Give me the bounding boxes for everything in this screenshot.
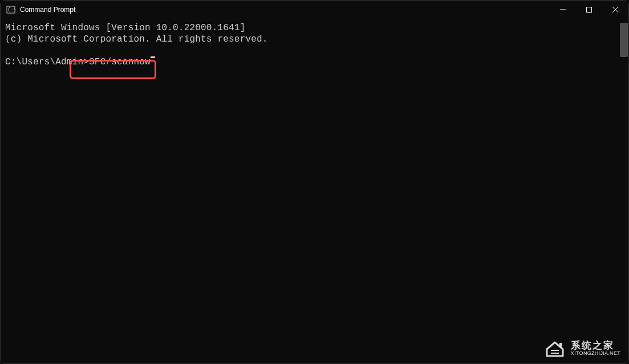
watermark-cn: 系统之家 <box>571 341 620 351</box>
svg-rect-8 <box>559 343 562 347</box>
house-icon <box>543 339 566 358</box>
titlebar-left: C:\ Command Prompt <box>6 5 75 14</box>
terminal-body[interactable]: Microsoft Windows [Version 10.0.22000.16… <box>1 19 628 363</box>
watermark: 系统之家 XITONGZHIJIA.NET <box>543 339 620 358</box>
prompt-line: C:\Users\Admin>SFC/scannow <box>5 56 624 68</box>
window-controls <box>550 1 628 19</box>
command-prompt-window: C:\ Command Prompt Microsoft Windows [Ve… <box>0 0 629 364</box>
version-line: Microsoft Windows [Version 10.0.22000.16… <box>5 22 624 34</box>
titlebar[interactable]: C:\ Command Prompt <box>1 1 628 19</box>
window-title: Command Prompt <box>20 6 75 14</box>
maximize-button[interactable] <box>576 1 602 19</box>
command-input[interactable]: SFC/scannow <box>89 56 151 68</box>
svg-text:C:\: C:\ <box>8 7 15 13</box>
svg-rect-3 <box>587 7 592 13</box>
cursor <box>151 56 155 58</box>
minimize-button[interactable] <box>550 1 576 19</box>
prompt-path: C:\Users\Admin> <box>5 56 89 68</box>
close-button[interactable] <box>602 1 628 19</box>
cmd-icon: C:\ <box>6 5 15 14</box>
scrollbar-thumb[interactable] <box>620 23 628 57</box>
watermark-text: 系统之家 XITONGZHIJIA.NET <box>571 341 620 357</box>
watermark-en: XITONGZHIJIA.NET <box>571 351 620 357</box>
copyright-line: (c) Microsoft Corporation. All rights re… <box>5 34 624 45</box>
